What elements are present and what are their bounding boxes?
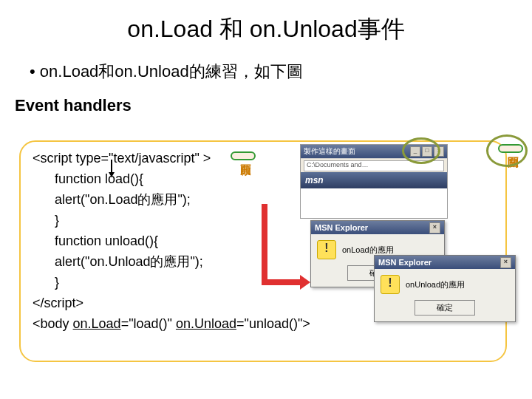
alert-titlebar: MSN Explorer ×	[375, 256, 515, 269]
slide-title: on.Load 和 on.Unload事件	[0, 0, 532, 46]
alert-title-text: MSN Explorer	[315, 223, 368, 232]
alert-message: onLoad的應用	[342, 245, 394, 256]
code-line-9e: ="unload()">	[236, 316, 310, 331]
arrow-down-icon	[111, 160, 112, 173]
red-arrow-horizontal	[262, 279, 301, 285]
alert-message: onUnload的應用	[406, 279, 465, 290]
code-line-4: }	[33, 210, 59, 231]
alert-title-text: MSN Explorer	[378, 258, 432, 267]
red-arrow-head-icon	[300, 275, 310, 290]
code-line-8: </script>	[33, 296, 83, 310]
code-line-5: function unload(){	[33, 231, 158, 251]
code-line-9c: ="load()"	[121, 316, 176, 331]
code-line-9a: <body	[33, 316, 73, 331]
bullet-text: on.Load和on.Unload的練習，如下圖	[40, 62, 303, 81]
code-block: <script type="text/javascript" > functio…	[33, 148, 310, 334]
highlight-ring-maximize	[402, 137, 440, 164]
window-title-text: 製作這樣的畫面	[304, 146, 355, 157]
msn-brand-bar: msn	[301, 172, 447, 188]
warning-icon	[317, 240, 336, 259]
alert-body: onUnload的應用	[375, 269, 515, 300]
ok-button[interactable]: 確定	[415, 300, 475, 316]
code-onload-underline: on.Load	[73, 316, 121, 331]
close-icon[interactable]: ×	[500, 257, 511, 268]
alert-onunload: MSN Explorer × onUnload的應用 確定	[374, 255, 516, 322]
section-heading: Event handlers	[0, 83, 532, 115]
code-line-2: function load(){	[33, 168, 143, 189]
code-line-1: <script type="text/javascript" >	[33, 151, 211, 166]
code-onunload-underline: on.Unload	[176, 316, 236, 331]
code-line-7: }	[33, 272, 59, 293]
browser-body	[301, 188, 447, 218]
alert-button-row: 確定	[375, 300, 515, 321]
bullet-line: • on.Load和on.Unload的練習，如下圖	[0, 46, 532, 83]
close-icon[interactable]: ×	[429, 222, 440, 233]
code-line-6: alert("on.Unload的應用");	[33, 251, 203, 272]
badge-open-page: 開啟頁面	[231, 151, 256, 160]
highlight-ring-close	[486, 134, 528, 167]
code-line-3: alert("on.Load的應用");	[33, 189, 191, 210]
red-arrow-vertical	[262, 204, 267, 285]
alert-titlebar: MSN Explorer ×	[311, 221, 444, 234]
warning-icon	[381, 275, 400, 294]
